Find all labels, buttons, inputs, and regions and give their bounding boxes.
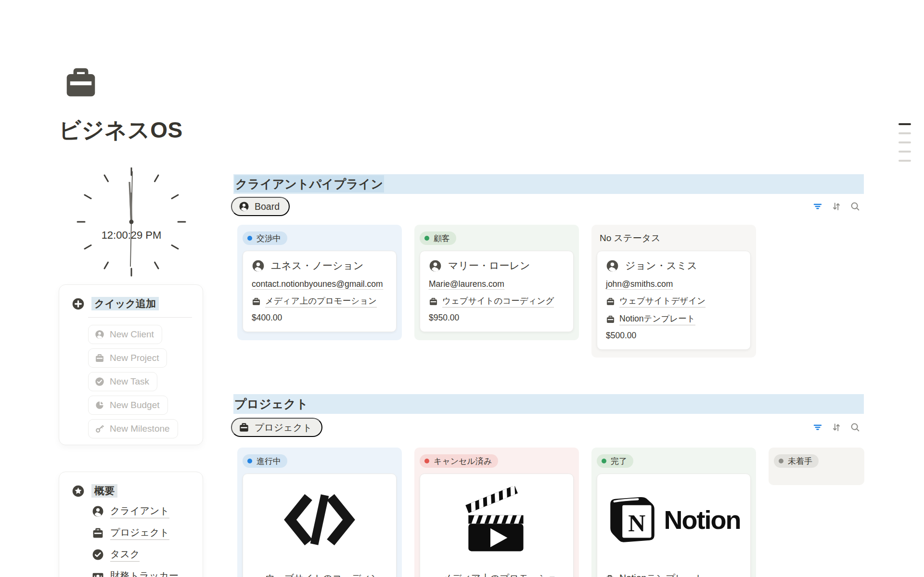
sidebar-link-tasks[interactable]: タスク <box>92 548 203 562</box>
clock-time: 12:00:29 PM <box>74 229 189 242</box>
sort-icon[interactable] <box>831 422 842 433</box>
star-circle-icon <box>72 485 85 498</box>
status-dot <box>247 459 252 463</box>
person-icon <box>252 259 265 272</box>
page-title: ビジネスOS <box>59 115 183 145</box>
client-email[interactable]: Marie@laurens.com <box>429 279 565 289</box>
briefcase-icon <box>606 297 615 306</box>
client-email[interactable]: contact.notionbyounes@gmail.com <box>252 279 387 289</box>
status-dot <box>779 459 783 463</box>
projects-toolbar: プロジェクト <box>231 418 864 438</box>
code-icon <box>283 493 356 547</box>
project-link[interactable]: Notionテンプレート <box>597 565 750 577</box>
client-amount: $500.00 <box>606 331 742 341</box>
new-project-button[interactable]: New Project <box>88 348 167 368</box>
project-link[interactable]: メディア上のプロモーション <box>420 565 573 577</box>
check-circle-icon <box>95 377 104 386</box>
client-amount: $400.00 <box>252 313 387 323</box>
related-project-link[interactable]: メディア上のプロモーション <box>252 295 387 308</box>
new-client-button[interactable]: New Client <box>88 325 162 344</box>
person-icon <box>239 201 249 212</box>
status-chip: 進行中 <box>243 454 287 468</box>
column-customer: 顧客 マリー・ローレン Marie@laurens.com ウェブサイトのコーデ… <box>414 225 579 340</box>
sidebar-link-projects[interactable]: プロジェクト <box>92 526 203 540</box>
search-icon[interactable] <box>850 201 860 212</box>
person-icon <box>95 330 104 339</box>
briefcase-logo-icon <box>62 64 100 100</box>
notion-logo: N Notion <box>607 495 741 545</box>
hour-hand <box>130 192 131 222</box>
banknote-icon <box>92 570 104 577</box>
status-dot <box>247 236 252 241</box>
svg-text:N: N <box>628 510 645 537</box>
check-circle-icon <box>92 549 104 561</box>
pipeline-board: 交渉中 ユネス・ノーション contact.notionbyounes@gmai… <box>237 225 756 358</box>
quick-add-title: クイック追加 <box>91 297 159 310</box>
key-icon <box>95 424 104 434</box>
notion-wordmark: Notion <box>664 505 741 535</box>
projects-view-button[interactable]: プロジェクト <box>231 418 322 437</box>
notion-page: ビジネスOS 12:00:29 PM クイック追加 <box>0 0 924 577</box>
status-chip: 完了 <box>597 454 633 468</box>
briefcase-icon <box>239 422 249 433</box>
status-chip: 交渉中 <box>243 231 287 245</box>
clapperboard-icon <box>464 486 529 553</box>
sidebar-link-clients[interactable]: クライアント <box>92 504 203 518</box>
filter-icon[interactable] <box>812 422 823 433</box>
new-task-button[interactable]: New Task <box>88 372 157 391</box>
column-cancelled: キャンセル済み <box>414 448 579 577</box>
column-complete: 完了 N Notion Notionテンプレート <box>591 448 756 577</box>
related-project-link[interactable]: ウェブサイトデザイン <box>606 295 742 308</box>
plus-circle-icon <box>72 297 85 310</box>
sort-icon[interactable] <box>831 201 842 212</box>
outline-line <box>898 151 911 153</box>
outline-line <box>898 141 911 143</box>
pie-chart-icon <box>95 400 104 410</box>
person-icon <box>429 259 442 272</box>
overview-title: 概要 <box>91 484 117 498</box>
status-chip: 顧客 <box>420 231 456 245</box>
analog-clock-widget: 12:00:29 PM <box>74 167 189 281</box>
outline-line <box>898 132 911 134</box>
sidebar-link-finance-tracker[interactable]: 財務トラッカー <box>92 569 203 577</box>
new-budget-button[interactable]: New Budget <box>88 396 168 415</box>
outline-line <box>898 160 911 162</box>
page-outline-indicator[interactable] <box>898 123 911 162</box>
clock-face <box>74 167 189 281</box>
briefcase-icon <box>605 574 615 577</box>
related-project-link[interactable]: Notionテンプレート <box>606 313 742 325</box>
column-no-status: No ステータス ジョン・スミス john@smiths.com ウェブサイトデ… <box>591 225 756 358</box>
status-dot <box>424 236 429 241</box>
status-chip: キャンセル済み <box>420 454 498 468</box>
project-link[interactable]: ウェブサイトのコーディング <box>243 565 396 577</box>
column-not-started: 未着手 <box>769 448 864 485</box>
related-project-link[interactable]: ウェブサイトのコーディング <box>429 295 565 308</box>
overview-card: 概要 クライアント プロジェクト タスク 財務トラッカー <box>59 472 203 577</box>
status-chip: 未着手 <box>774 454 819 468</box>
divider <box>88 317 192 318</box>
project-card[interactable]: メディア上のプロモーション <box>420 474 574 577</box>
briefcase-icon <box>252 297 261 306</box>
client-name: ジョン・スミス <box>625 259 697 272</box>
new-milestone-button[interactable]: New Milestone <box>88 419 178 438</box>
client-card[interactable]: ユネス・ノーション contact.notionbyounes@gmail.co… <box>243 251 397 332</box>
client-card[interactable]: マリー・ローレン Marie@laurens.com ウェブサイトのコーディング… <box>420 251 574 332</box>
filter-icon[interactable] <box>812 201 823 212</box>
section-title-projects: プロジェクト <box>233 394 864 414</box>
briefcase-icon <box>606 315 615 324</box>
client-amount: $950.00 <box>429 313 565 323</box>
pipeline-toolbar: Board <box>231 197 864 217</box>
projects-board: 進行中 ウェブサイトのコーディング キャンセル済み <box>237 448 864 577</box>
search-icon[interactable] <box>850 422 860 433</box>
status-dot <box>424 459 429 463</box>
project-card[interactable]: N Notion Notionテンプレート <box>597 474 751 577</box>
outline-line <box>898 123 911 125</box>
section-title-pipeline: クライアントパイプライン <box>233 174 864 194</box>
project-card[interactable]: ウェブサイトのコーディング <box>243 474 397 577</box>
board-view-button[interactable]: Board <box>231 197 290 216</box>
column-in-progress: 進行中 ウェブサイトのコーディング <box>237 448 402 577</box>
client-card[interactable]: ジョン・スミス john@smiths.com ウェブサイトデザイン Notio… <box>597 251 751 350</box>
client-email[interactable]: john@smiths.com <box>606 279 742 289</box>
briefcase-icon <box>92 527 104 539</box>
client-name: ユネス・ノーション <box>271 259 363 272</box>
